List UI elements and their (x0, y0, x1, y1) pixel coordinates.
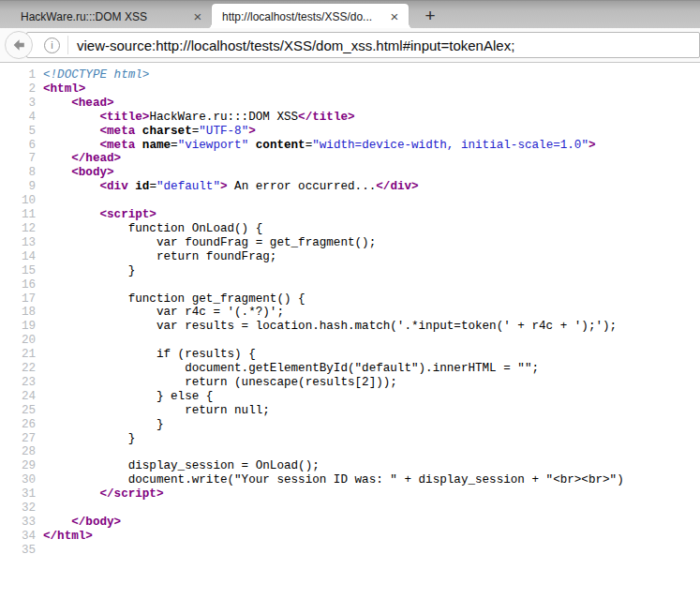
line-number: 8 (0, 166, 36, 180)
code-text (36, 278, 43, 292)
code-line: 6 <meta name="viewport" content="width=d… (0, 139, 700, 153)
code-text: <html> (36, 82, 85, 97)
line-number: 18 (0, 306, 36, 320)
code-line: 28 (0, 445, 700, 459)
code-line: 34</html> (0, 530, 700, 544)
code-text: } (36, 432, 135, 446)
code-line: 7 </head> (0, 152, 700, 166)
close-icon[interactable]: × (189, 8, 206, 25)
line-number: 22 (0, 362, 36, 376)
tab-title: HackWare.ru:::DOM XSS (21, 10, 189, 23)
code-line: 12 function OnLoad() { (0, 222, 700, 236)
line-number: 35 (0, 544, 36, 558)
code-text: var r4c = '(.*?)'; (36, 306, 284, 320)
code-line: 25 return null; (0, 404, 700, 418)
code-line: 21 if (results) { (0, 348, 700, 362)
line-number: 20 (0, 334, 36, 348)
code-text: if (results) { (36, 348, 256, 362)
code-line: 1<!DOCTYPE html> (0, 68, 700, 82)
code-line: 16 (0, 278, 700, 292)
code-line: 11 <script> (0, 208, 700, 222)
code-line: 30 document.write("Your session ID was: … (0, 473, 700, 487)
line-number: 6 (0, 139, 36, 153)
code-line: 8 <body> (0, 166, 700, 180)
code-text: document.write("Your session ID was: " +… (36, 473, 624, 487)
back-button[interactable] (5, 31, 33, 59)
line-number: 11 (0, 208, 36, 222)
code-text: return foundFrag; (36, 250, 276, 264)
code-text: <meta name="viewport" content="width=dev… (36, 139, 596, 153)
code-text: function OnLoad() { (36, 222, 262, 236)
line-number: 10 (0, 194, 36, 208)
code-line: 3 <head> (0, 97, 700, 111)
code-text (36, 334, 43, 348)
code-text: return null; (36, 404, 270, 418)
code-line: 32 (0, 502, 700, 516)
close-icon[interactable]: × (386, 8, 403, 25)
line-number: 14 (0, 250, 36, 264)
code-text: <!DOCTYPE html> (36, 68, 149, 82)
code-text: </html> (36, 530, 93, 544)
line-number: 7 (0, 152, 36, 166)
code-line: 18 var r4c = '(.*?)'; (0, 306, 700, 320)
code-text: } (36, 418, 163, 432)
line-number: 33 (0, 516, 36, 530)
line-number: 13 (0, 236, 36, 250)
code-text: var foundFrag = get_fragment(); (36, 236, 376, 250)
code-text: <meta charset="UTF-8"> (36, 125, 256, 139)
line-number: 28 (0, 445, 36, 459)
line-number: 21 (0, 348, 36, 362)
code-line: 4 <title>HackWare.ru:::DOM XSS</title> (0, 111, 700, 125)
info-icon[interactable]: i (44, 37, 60, 53)
code-text: </head> (36, 152, 121, 166)
code-line: 27 } (0, 432, 700, 446)
code-text (36, 502, 43, 516)
code-text: } (36, 264, 135, 278)
line-number: 34 (0, 530, 36, 544)
code-text: <script> (36, 208, 156, 222)
navigation-toolbar: i view-source:http://localhost/tests/XSS… (0, 28, 700, 63)
code-text (36, 445, 43, 459)
code-text: </script> (36, 487, 164, 502)
back-arrow-icon (10, 37, 27, 53)
line-number: 27 (0, 432, 36, 446)
code-line: 35 (0, 544, 700, 558)
code-line: 13 var foundFrag = get_fragment(); (0, 236, 700, 250)
code-text: <title>HackWare.ru:::DOM XSS</title> (36, 111, 355, 125)
code-line: 15 } (0, 264, 700, 278)
code-text: var results = location.hash.match('.*inp… (36, 320, 617, 334)
code-text: display_session = OnLoad(); (36, 459, 320, 473)
url-bar[interactable]: i view-source:http://localhost/tests/XSS… (26, 32, 700, 58)
code-text: </body> (36, 516, 121, 530)
line-number: 29 (0, 459, 36, 473)
code-text: <head> (36, 97, 114, 111)
line-number: 17 (0, 292, 36, 307)
new-tab-button[interactable]: + (418, 6, 442, 26)
line-number: 31 (0, 487, 36, 502)
line-number: 5 (0, 125, 36, 139)
browser-window: HackWare.ru:::DOM XSS × http://localhost… (0, 0, 700, 599)
code-line: 29 display_session = OnLoad(); (0, 459, 700, 473)
code-text: <div id="default"> An error occurred...<… (36, 180, 419, 194)
code-line: 5 <meta charset="UTF-8"> (0, 125, 700, 139)
url-text: view-source:http://localhost/tests/XSS/d… (77, 37, 514, 53)
content-area: 1<!DOCTYPE html>2<html>3 <head>4 <title>… (0, 63, 700, 598)
code-text: } else { (36, 390, 213, 404)
code-line: 19 var results = location.hash.match('.*… (0, 320, 700, 334)
code-line: 33 </body> (0, 516, 700, 530)
code-text (36, 544, 43, 558)
tab-title: http://localhost/tests/XSS/do... (222, 10, 386, 23)
tab-bar: HackWare.ru:::DOM XSS × http://localhost… (0, 0, 700, 28)
tab-hackware[interactable]: HackWare.ru:::DOM XSS × (9, 4, 212, 29)
line-number: 9 (0, 180, 36, 194)
line-number: 32 (0, 502, 36, 516)
line-number: 4 (0, 111, 36, 125)
url-separator (67, 36, 68, 54)
line-number: 25 (0, 404, 36, 418)
code-text (36, 194, 43, 208)
line-number: 19 (0, 320, 36, 334)
code-line: 31 </script> (0, 487, 700, 502)
code-line: 9 <div id="default"> An error occurred..… (0, 180, 700, 194)
code-line: 23 return (unescape(results[2])); (0, 376, 700, 390)
tab-localhost-viewsource[interactable]: http://localhost/tests/XSS/do... × (212, 4, 409, 29)
